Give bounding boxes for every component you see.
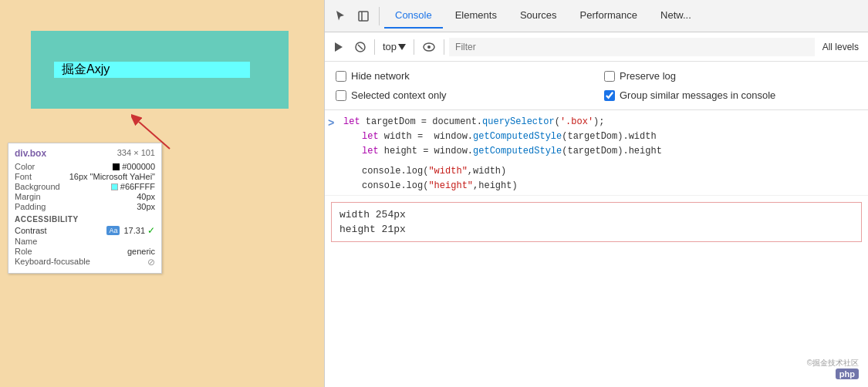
code-line-5: console.log("height",height): [343, 179, 862, 194]
margin-value: 40px: [137, 192, 155, 201]
contrast-value-group: Aa 17.31 ✓: [106, 225, 155, 236]
result-width: width 254px: [339, 207, 853, 222]
code-line-1: let targetDom = document.querySelector('…: [343, 115, 862, 130]
margin-label: Margin: [15, 192, 41, 201]
padding-label: Padding: [15, 202, 46, 211]
toolbar-divider-2: [414, 39, 414, 55]
tab-elements[interactable]: Elements: [444, 3, 508, 29]
color-label: Color: [15, 162, 35, 171]
console-prompt: >: [328, 115, 339, 132]
outer-box: 掘金Axjy: [31, 31, 289, 109]
element-info-tooltip: div.box 334 × 101 Color #000000 Font 16p…: [8, 143, 162, 274]
bg-label: Background: [15, 182, 60, 191]
selected-context-label: Selected context only: [351, 89, 447, 101]
tab-network[interactable]: Netw...: [650, 3, 702, 29]
font-label: Font: [15, 172, 32, 181]
contrast-aa-badge: Aa: [106, 226, 120, 235]
option-hide-network[interactable]: Hide network: [336, 68, 589, 84]
svg-marker-7: [398, 44, 406, 50]
contrast-label: Contrast: [15, 226, 47, 235]
eye-button[interactable]: [419, 40, 439, 54]
eye-icon: [423, 42, 435, 52]
keyboard-focusable-icon: ⊘: [147, 257, 155, 268]
role-value: generic: [127, 247, 155, 256]
cursor-icon: [334, 10, 346, 22]
result-height: height 21px: [339, 222, 853, 237]
context-label: top: [383, 41, 397, 52]
left-panel: 掘金Axjy div.box 334 × 101 Color #000000 F…: [0, 0, 324, 387]
element-class: div.box: [15, 148, 46, 159]
option-selected-context[interactable]: Selected context only: [336, 87, 589, 103]
cursor-icon-button[interactable]: [329, 7, 351, 25]
console-input-line: > let targetDom = document.querySelector…: [325, 113, 868, 196]
name-label: Name: [15, 237, 37, 246]
stop-button[interactable]: [351, 39, 370, 55]
contrast-check-icon: ✓: [147, 225, 155, 236]
inner-box: 掘金Axjy: [54, 62, 250, 78]
console-toolbar: top All levels: [325, 32, 868, 62]
console-options: Hide network Preserve log Selected conte…: [325, 62, 868, 110]
php-logo: php: [836, 368, 859, 379]
keyboard-icon: ⊘: [147, 257, 155, 268]
color-swatch: [113, 163, 120, 170]
site-label: ©掘金技术社区: [807, 358, 859, 368]
inner-text: 掘金Axjy: [62, 62, 110, 78]
code-line-4: console.log("width",width): [343, 164, 862, 179]
context-selector[interactable]: top: [380, 39, 409, 54]
svg-point-9: [427, 45, 431, 49]
bg-swatch: [111, 183, 118, 190]
code-line-2: let width = window.getComputedStyle(targ…: [343, 130, 862, 144]
tab-sources[interactable]: Sources: [509, 3, 568, 29]
selected-context-checkbox[interactable]: [336, 90, 346, 101]
inspect-icon-button[interactable]: [353, 7, 374, 25]
devtools-tab-bar: Console Elements Sources Performance Net…: [325, 0, 868, 32]
group-similar-label: Group similar messages in console: [620, 89, 775, 101]
group-similar-checkbox[interactable]: [604, 90, 615, 101]
padding-value: 30px: [137, 202, 155, 211]
font-value: 16px "Microsoft YaHei": [69, 172, 155, 181]
chevron-down-icon: [398, 44, 406, 50]
element-dimensions: 334 × 101: [117, 148, 155, 159]
bg-value: #66FFFF: [111, 182, 155, 191]
svg-rect-2: [359, 12, 368, 21]
option-group-similar[interactable]: Group similar messages in console: [604, 87, 857, 103]
svg-line-6: [358, 45, 363, 49]
accessibility-title: ACCESSIBILITY: [15, 215, 155, 224]
role-label: Role: [15, 247, 32, 256]
play-icon: [333, 42, 344, 52]
svg-marker-4: [335, 42, 343, 52]
keyboard-label: Keyboard-focusable: [15, 257, 90, 268]
tab-divider-1: [379, 7, 380, 25]
console-output: > let targetDom = document.querySelector…: [325, 110, 868, 387]
toolbar-divider-1: [374, 39, 375, 55]
contrast-number: 17.31: [123, 226, 145, 235]
log-level-selector[interactable]: All levels: [818, 40, 863, 54]
play-button[interactable]: [329, 39, 348, 55]
hide-network-checkbox[interactable]: [336, 71, 346, 82]
tab-console[interactable]: Console: [384, 3, 443, 29]
console-result-box: width 254px height 21px: [331, 202, 862, 242]
site-branding: ©掘金技术社区 php: [807, 358, 859, 379]
hide-network-label: Hide network: [351, 70, 410, 82]
stop-icon: [355, 42, 366, 52]
inspect-icon: [357, 10, 370, 22]
devtools-panel: Console Elements Sources Performance Net…: [324, 0, 868, 387]
option-preserve-log[interactable]: Preserve log: [604, 68, 857, 84]
toolbar-divider-3: [444, 39, 444, 55]
preserve-log-label: Preserve log: [620, 70, 676, 82]
color-value: #000000: [113, 162, 155, 171]
tab-performance[interactable]: Performance: [569, 3, 648, 29]
code-block: let targetDom = document.querySelector('…: [343, 115, 862, 194]
filter-input[interactable]: [449, 38, 815, 56]
preserve-log-checkbox[interactable]: [604, 71, 615, 82]
code-line-3: let height = window.getComputedStyle(tar…: [343, 144, 862, 159]
